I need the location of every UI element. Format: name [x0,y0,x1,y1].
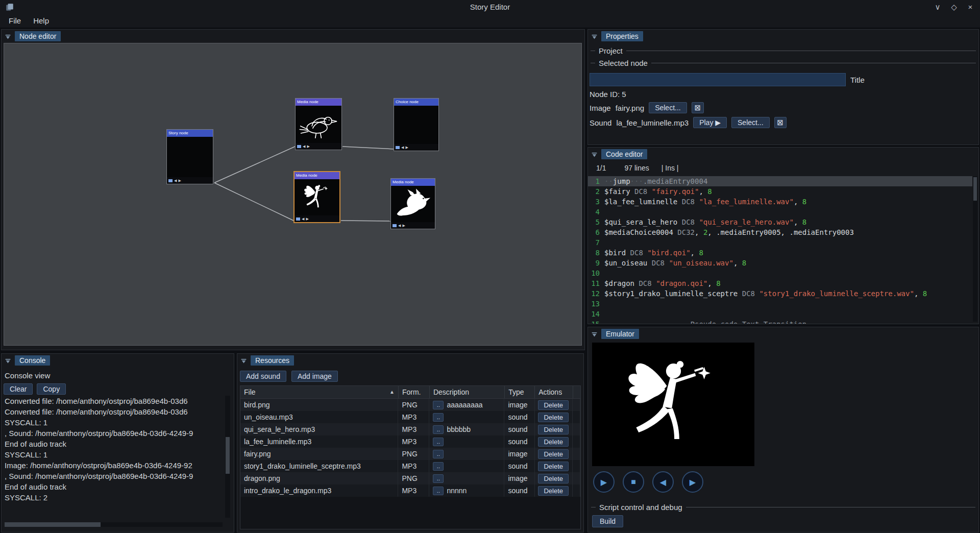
log-line: End of audio track [5,481,223,492]
row-filler [573,448,580,460]
sound-select-button[interactable]: Select... [731,117,770,128]
image-clear-button[interactable]: ⊠ [692,102,704,113]
log-line: , Sound: /home/anthony/ostproj/ba869e4b-… [5,471,223,481]
edit-description-button[interactable]: .. [433,474,444,483]
format-cell: MP3 [398,423,429,435]
graph-node-bird[interactable]: Media node◀▶ [295,98,342,150]
graph-node-fairy[interactable]: Media node◀▶ [293,171,340,223]
close-button[interactable]: × [966,3,975,12]
node-title: Media node [391,179,435,186]
line-number: 13 [588,299,604,309]
resource-row[interactable]: story1_drako_luminelle_sceptre.mp3MP3..s… [240,460,580,472]
delete-button[interactable]: Delete [538,462,569,471]
resource-row[interactable]: fairy.pngPNG..imageDelete [240,448,580,460]
edit-description-button[interactable]: .. [433,450,444,458]
delete-button[interactable]: Delete [538,425,569,434]
add-sound-button[interactable]: Add sound [240,371,286,382]
node-editor-header: Node editor [2,30,584,43]
resource-row[interactable]: dragon.pngPNG..imageDelete [240,472,580,484]
image-select-button[interactable]: Select... [649,102,687,113]
node-footer: ◀▶ [296,143,341,150]
node-next-icon: ▶ [178,179,181,182]
node-graph-canvas[interactable]: Story node◀▶Media node◀▶Choice node◀▶Med… [4,43,582,346]
column-header-type[interactable]: Type [505,386,535,398]
code-line: 13 [588,299,972,309]
graph-node-choice[interactable]: Choice node◀▶ [394,98,439,151]
resources-table-body: bird.pngPNG..aaaaaaaaaimageDeleteun_oise… [240,399,580,497]
graph-node-story[interactable]: Story node◀▶ [166,129,213,184]
console-view-label: Console view [5,371,234,380]
resource-row[interactable]: qui_sera_le_hero.mp3MP3..bbbbbbsoundDele… [240,423,580,435]
code-line: 10 [588,268,972,278]
play-button[interactable]: ▶ [593,471,615,493]
menu-help[interactable]: Help [28,15,55,27]
menu-file[interactable]: File [3,15,27,27]
column-header-file[interactable]: File ▲ [240,386,399,398]
resource-row[interactable]: la_fee_luminelle.mp3MP3..soundDelete [240,435,580,448]
code-editor-header: Code editor [588,148,978,161]
file-cell: un_oiseau.mp3 [240,411,398,423]
code-line: 6$mediaChoice0004 DC32, 2, .mediaEntry00… [588,227,972,237]
edit-description-button[interactable]: .. [433,425,444,434]
console-vertical-scrollbar[interactable] [225,396,230,518]
edit-description-button[interactable]: .. [433,462,444,471]
code-line: 14 [588,309,972,319]
edit-description-button[interactable]: .. [433,438,444,446]
resource-row[interactable]: intro_drako_le_dragon.mp3MP3..nnnnnsound… [240,484,580,497]
console-copy-button[interactable]: Copy [37,383,66,395]
stop-button[interactable]: ■ [623,471,644,493]
scrollbar-thumb[interactable] [5,522,101,527]
scrollbar-thumb[interactable] [973,177,977,201]
build-button[interactable]: Build [592,515,623,527]
node-footer: ◀▶ [394,144,438,151]
sound-play-button[interactable]: Play ▶ [693,117,727,128]
console-horizontal-scrollbar[interactable] [5,522,223,527]
scrollbar-thumb[interactable] [226,437,230,474]
resource-row[interactable]: un_oiseau.mp3MP3..soundDelete [240,411,580,423]
node-prev-icon: ◀ [302,217,304,221]
code-text-area[interactable]: 1··jump···.mediaEntry00042$fairy DC8 "fa… [588,176,972,324]
resources-header: Resources [237,354,583,367]
description-cell: .. [429,460,504,472]
type-cell: sound [504,460,534,472]
edit-description-button[interactable]: .. [433,401,444,409]
maximize-button[interactable]: ◇ [949,3,959,12]
minimize-button[interactable]: ∨ [933,3,942,12]
dock-icon[interactable] [5,33,11,40]
step-forward-button[interactable]: ▶ [682,471,703,493]
format-cell: MP3 [398,411,429,423]
description-cell: ..nnnnn [429,484,504,497]
edit-description-button[interactable]: .. [433,413,444,422]
graph-node-dragon[interactable]: Media node◀▶ [390,178,435,229]
dock-icon[interactable] [591,151,598,158]
edit-description-button[interactable]: .. [433,487,444,495]
delete-button[interactable]: Delete [538,449,569,459]
code-line: 15 Pseudo code Text Transition [588,319,972,324]
panel-title-node-editor: Node editor [15,31,61,41]
column-header-format[interactable]: Form. [399,386,430,398]
column-header-description[interactable]: Description [430,386,505,398]
delete-button[interactable]: Delete [538,437,569,447]
code-editor-scrollbar[interactable] [973,176,977,322]
dock-icon[interactable] [5,357,11,364]
node-title-input[interactable] [590,73,846,86]
description-cell: .. [429,472,504,484]
delete-button[interactable]: Delete [538,400,569,410]
console-clear-button[interactable]: Clear [4,383,33,395]
resource-row[interactable]: bird.pngPNG..aaaaaaaaaimageDelete [240,399,580,411]
code-line: 4 [588,207,972,217]
code-line: 8$bird DC8 "bird.qoi", 8 [588,248,972,258]
delete-button[interactable]: Delete [538,486,569,496]
row-filler [573,423,580,435]
add-image-button[interactable]: Add image [291,371,338,382]
sound-clear-button[interactable]: ⊠ [774,117,787,128]
dock-icon[interactable] [240,357,247,364]
node-thumbnail-empty [394,106,438,144]
delete-button[interactable]: Delete [538,474,569,483]
dock-icon[interactable] [591,33,598,40]
column-header-actions[interactable]: Actions [535,386,573,398]
delete-button[interactable]: Delete [538,413,569,422]
dock-icon[interactable] [591,331,598,337]
step-back-button[interactable]: ◀ [652,471,674,493]
file-cell: intro_drako_le_dragon.mp3 [240,484,398,497]
